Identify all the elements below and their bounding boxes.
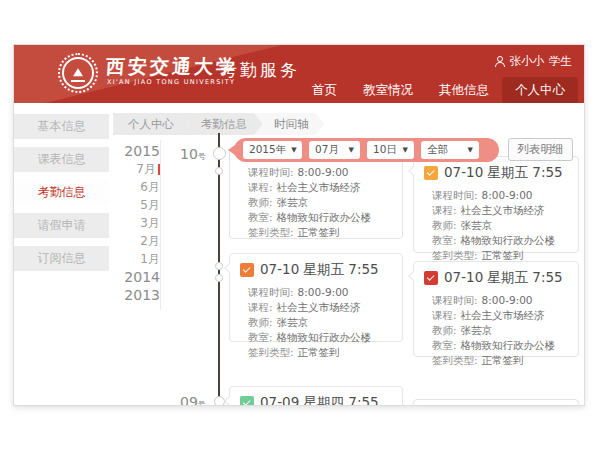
nav-item-other-info[interactable]: 其他信息 bbox=[426, 77, 502, 103]
field-label: 课程时间: bbox=[432, 294, 478, 306]
field-value: 格物致知行政办公楼 bbox=[461, 234, 556, 246]
timeline-month-2[interactable]: 2月 bbox=[140, 232, 160, 250]
card-body: 课程时间:8:00-9:00课程:社会主义市场经济教师:张芸京教室:格物致知行政… bbox=[414, 291, 578, 374]
field-label: 教师: bbox=[432, 324, 457, 336]
card-date-title: 07-10 星期五 7:55 bbox=[260, 261, 379, 279]
field-value: 社会主义市场经济 bbox=[277, 301, 361, 313]
day-number: 10 bbox=[180, 146, 198, 162]
sidebar-item-basic-info[interactable]: 基本信息 bbox=[14, 114, 109, 139]
person-icon bbox=[495, 56, 505, 67]
field-label: 签到类型: bbox=[248, 346, 294, 358]
sidebar-item-schedule-info[interactable]: 课表信息 bbox=[14, 147, 109, 172]
card-field: 课程:社会主义市场经济 bbox=[432, 203, 570, 218]
attendance-app-window: 西安交通大学 XI'AN JIAO TONG UNIVERSITY 考勤服务 张… bbox=[13, 44, 585, 406]
sidebar-item-subscription-info[interactable]: 订阅信息 bbox=[14, 246, 109, 271]
filter-bar: 2015年 ▼ 07月 ▼ 10日 ▼ 全部 ▼ bbox=[234, 138, 499, 162]
logo-tower-icon bbox=[62, 57, 94, 89]
timeline-node bbox=[215, 274, 223, 282]
timeline-month-7[interactable]: 7月 bbox=[136, 160, 160, 178]
field-value: 张芸京 bbox=[277, 316, 309, 328]
sidebar-item-leave-request[interactable]: 请假申请 bbox=[14, 213, 109, 238]
timeline-scale: 20157月6月5月3月2月1月20142013 bbox=[114, 142, 160, 304]
timeline-month-3[interactable]: 3月 bbox=[140, 214, 160, 232]
year-select[interactable]: 2015年 ▼ bbox=[243, 141, 302, 159]
timeline-year-2014[interactable]: 2014 bbox=[124, 268, 160, 286]
field-label: 教室: bbox=[432, 339, 457, 351]
timeline-year-2015[interactable]: 2015 bbox=[124, 142, 160, 160]
check-icon bbox=[427, 273, 434, 280]
timeline-node bbox=[215, 167, 223, 175]
card-field: 教师:张芸京 bbox=[248, 315, 394, 330]
check-icon bbox=[243, 265, 250, 272]
card-field: 签到类型:正常签到 bbox=[432, 353, 570, 368]
card-field: 签到类型:正常签到 bbox=[248, 345, 394, 360]
month-select[interactable]: 07月 ▼ bbox=[309, 141, 360, 159]
user-name: 张小小 bbox=[510, 54, 545, 69]
card-field: 教室:格物致知行政办公楼 bbox=[248, 210, 394, 225]
month-select-value: 07月 bbox=[315, 143, 339, 157]
breadcrumb-item-profile[interactable]: 个人中心 bbox=[113, 113, 190, 135]
field-value: 格物致知行政办公楼 bbox=[461, 339, 556, 351]
timeline-year-2013[interactable]: 2013 bbox=[124, 286, 160, 304]
type-select[interactable]: 全部 ▼ bbox=[421, 141, 479, 159]
chevron-down-icon: ▼ bbox=[349, 146, 354, 154]
card-body: 课程时间:8:00-9:00课程:社会主义市场经济教师:张芸京教室:格物致知行政… bbox=[230, 283, 402, 366]
field-label: 教师: bbox=[248, 196, 273, 208]
card-date-title: 07-09 星期四 7:55 bbox=[260, 394, 379, 406]
field-value: 正常签到 bbox=[298, 346, 340, 358]
nav-item-classrooms[interactable]: 教室情况 bbox=[350, 77, 426, 103]
timeline-day-label-09: 09号 bbox=[180, 392, 206, 406]
chevron-down-icon: ▼ bbox=[468, 146, 473, 154]
card-field: 教师:张芸京 bbox=[432, 218, 570, 233]
field-label: 教室: bbox=[248, 211, 273, 223]
nav-item-home[interactable]: 首页 bbox=[299, 77, 350, 103]
field-value: 张芸京 bbox=[461, 324, 493, 336]
card-body: 课程时间:8:00-9:00课程:社会主义市场经济教师:张芸京教室:格物致知行政… bbox=[230, 150, 402, 246]
day-select[interactable]: 10日 ▼ bbox=[367, 141, 414, 159]
card-field: 教师:张芸京 bbox=[248, 195, 394, 210]
field-value: 格物致知行政办公楼 bbox=[277, 331, 372, 343]
timeline-month-6[interactable]: 6月 bbox=[140, 178, 160, 196]
main-nav: 首页教室情况其他信息个人中心 bbox=[299, 77, 578, 103]
field-value: 正常签到 bbox=[298, 226, 340, 238]
card-header: 07-10 星期五 7:55 bbox=[414, 262, 578, 291]
app-header: 西安交通大学 XI'AN JIAO TONG UNIVERSITY 考勤服务 张… bbox=[14, 45, 584, 103]
attendance-card-row1-left[interactable]: 课程时间:8:00-9:00课程:社会主义市场经济教师:张芸京教室:格物致知行政… bbox=[229, 149, 403, 239]
breadcrumb-item-attendance-info[interactable]: 考勤信息 bbox=[181, 113, 263, 135]
timeline-node bbox=[213, 147, 226, 160]
attendance-card-row3-left[interactable]: 07-09 星期四 7:55 bbox=[229, 386, 403, 406]
chevron-down-icon: ▼ bbox=[291, 146, 296, 154]
field-value: 社会主义市场经济 bbox=[461, 309, 545, 321]
list-detail-button[interactable]: 列表明细 bbox=[508, 138, 573, 161]
field-label: 课程: bbox=[248, 301, 273, 313]
card-field: 教室:格物致知行政办公楼 bbox=[432, 338, 570, 353]
field-label: 课程时间: bbox=[432, 189, 478, 201]
card-field: 课程时间:8:00-9:00 bbox=[432, 188, 570, 203]
card-date-title: 07-10 星期五 7:55 bbox=[444, 269, 563, 287]
user-info[interactable]: 张小小 学生 bbox=[495, 54, 573, 69]
field-value: 8:00-9:00 bbox=[482, 294, 533, 306]
card-field: 教师:张芸京 bbox=[432, 323, 570, 338]
app-title: 考勤服务 bbox=[220, 59, 300, 82]
timeline-month-1[interactable]: 1月 bbox=[140, 250, 160, 268]
field-label: 签到类型: bbox=[432, 249, 478, 261]
field-label: 教师: bbox=[432, 219, 457, 231]
attendance-card-row3-right[interactable] bbox=[413, 399, 579, 406]
card-field: 签到类型:正常签到 bbox=[248, 225, 394, 240]
timeline-month-5[interactable]: 5月 bbox=[140, 196, 160, 214]
field-value: 正常签到 bbox=[482, 249, 524, 261]
attendance-card-row2-left[interactable]: 07-10 星期五 7:55课程时间:8:00-9:00课程:社会主义市场经济教… bbox=[229, 253, 403, 342]
field-label: 课程: bbox=[248, 181, 273, 193]
day-unit: 号 bbox=[198, 152, 206, 161]
card-field: 课程时间:8:00-9:00 bbox=[248, 285, 394, 300]
sidebar-item-attendance-info[interactable]: 考勤信息 bbox=[14, 180, 109, 205]
attendance-status-icon bbox=[240, 263, 254, 277]
field-value: 张芸京 bbox=[277, 196, 309, 208]
nav-item-profile[interactable]: 个人中心 bbox=[502, 77, 578, 103]
breadcrumb-item-timeline[interactable]: 时间轴 bbox=[254, 113, 325, 135]
field-value: 社会主义市场经济 bbox=[461, 204, 545, 216]
attendance-card-row2-right[interactable]: 07-10 星期五 7:55课程时间:8:00-9:00课程:社会主义市场经济教… bbox=[413, 261, 579, 357]
timeline-node bbox=[215, 262, 223, 270]
attendance-card-row1-right[interactable]: 07-10 星期五 7:55课程时间:8:00-9:00课程:社会主义市场经济教… bbox=[413, 156, 579, 253]
card-field: 课程时间:8:00-9:00 bbox=[248, 165, 394, 180]
